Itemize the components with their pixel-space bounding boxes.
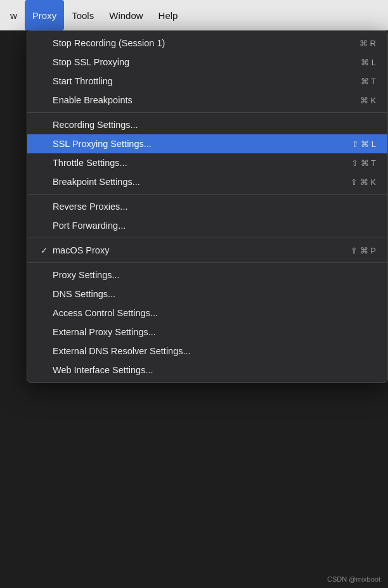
menu-item-enable-breakpoints[interactable]: Enable Breakpoints ⌘ K — [27, 91, 387, 110]
menu-item-external-proxy[interactable]: External Proxy Settings... — [27, 323, 387, 342]
menu-item-throttle-settings[interactable]: Throttle Settings... ⇧ ⌘ T — [27, 153, 387, 172]
menu-bar-tools[interactable]: Tools — [64, 0, 101, 30]
menu-item-start-throttling[interactable]: Start Throttling ⌘ T — [27, 72, 387, 91]
proxy-dropdown-menu: Stop Recording (Session 1) ⌘ R Stop SSL … — [27, 30, 388, 383]
menu-item-ssl-proxying-settings[interactable]: SSL Proxying Settings... ⇧ ⌘ L — [27, 134, 387, 153]
menu-item-web-interface-settings[interactable]: Web Interface Settings... — [27, 361, 387, 380]
menu-item-access-control[interactable]: Access Control Settings... — [27, 304, 387, 323]
separator-3 — [27, 238, 387, 238]
menu-item-external-dns-resolver[interactable]: External DNS Resolver Settings... — [27, 342, 387, 361]
menu-item-macos-proxy[interactable]: ✓ macOS Proxy ⇧ ⌘ P — [27, 241, 387, 260]
separator-2 — [27, 194, 387, 195]
menu-item-reverse-proxies[interactable]: Reverse Proxies... — [27, 197, 387, 216]
watermark: CSDN @mixboot — [327, 575, 380, 583]
menu-item-dns-settings[interactable]: DNS Settings... — [27, 284, 387, 304]
menu-item-stop-recording[interactable]: Stop Recording (Session 1) ⌘ R — [27, 34, 387, 53]
menu-bar-view[interactable]: w — [3, 0, 25, 30]
separator-1 — [27, 112, 387, 113]
menu-item-recording-settings[interactable]: Recording Settings... — [27, 115, 387, 134]
menu-bar-help[interactable]: Help — [151, 0, 186, 30]
menu-item-proxy-settings[interactable]: Proxy Settings... — [27, 265, 387, 284]
menu-bar-proxy[interactable]: Proxy — [25, 0, 64, 30]
menu-bar-window[interactable]: Window — [101, 0, 150, 30]
menu-bar: w Proxy Tools Window Help — [0, 0, 388, 30]
menu-item-breakpoint-settings[interactable]: Breakpoint Settings... ⇧ ⌘ K — [27, 172, 387, 191]
separator-4 — [27, 262, 387, 263]
menu-item-stop-ssl[interactable]: Stop SSL Proxying ⌘ L — [27, 53, 387, 72]
menu-item-port-forwarding[interactable]: Port Forwarding... — [27, 216, 387, 235]
